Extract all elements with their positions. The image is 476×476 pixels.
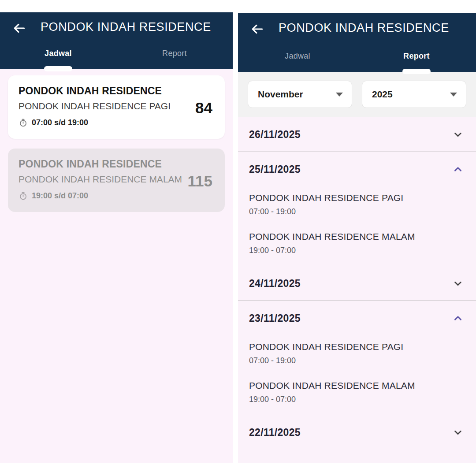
date-label: 26/11/2025	[249, 129, 301, 141]
card-time: 07:00 s/d 19:00	[32, 118, 88, 127]
date-label: 22/11/2025	[249, 427, 301, 439]
date-label: 24/11/2025	[249, 278, 301, 290]
date-label: 25/11/2025	[249, 164, 301, 175]
back-button[interactable]	[248, 19, 267, 39]
caret-down-icon	[450, 93, 457, 97]
report-filter-bar: November 2025	[238, 72, 476, 117]
session-item: PONDOK INDAH RESIDENCE PAGI 07:00 - 19:0…	[249, 342, 465, 365]
report-screen: PONDOK INDAH RESIDENCE Jadwal Report Nov…	[238, 13, 476, 463]
date-row-25-11-2025[interactable]: 25/11/2025	[238, 152, 476, 186]
app-bar: PONDOK INDAH RESIDENCE Jadwal Report	[0, 12, 233, 69]
report-date-list: 26/11/2025 25/11/2025 PO	[238, 117, 476, 450]
app-bar: PONDOK INDAH RESIDENCE Jadwal Report	[238, 13, 476, 72]
caret-down-icon	[336, 93, 343, 97]
tab-jadwal[interactable]: Jadwal	[238, 51, 357, 72]
card-time-row: 19:00 s/d 07:00	[19, 191, 214, 201]
session-name: PONDOK INDAH RESIDENCE MALAM	[249, 380, 465, 391]
card-subtitle: PONDOK INDAH RESIDENCE PAGI	[19, 101, 214, 112]
session-list: PONDOK INDAH RESIDENCE PAGI 07:00 - 19:0…	[238, 335, 476, 415]
year-dropdown-value: 2025	[372, 89, 393, 100]
jadwal-screen: PONDOK INDAH RESIDENCE Jadwal Report PON…	[0, 12, 233, 463]
chevron-down-icon[interactable]	[452, 427, 464, 438]
session-item: PONDOK INDAH RESIDENCE PAGI 07:00 - 19:0…	[249, 193, 465, 216]
chevron-down-icon[interactable]	[452, 129, 464, 140]
date-label: 23/11/2025	[249, 312, 301, 324]
page-title: PONDOK INDAH RESIDENCE	[41, 20, 211, 34]
session-time: 07:00 - 19:00	[249, 207, 465, 216]
card-title: PONDOK INDAH RESIDENCE	[19, 158, 214, 170]
session-time: 19:00 - 07:00	[249, 246, 465, 255]
session-name: PONDOK INDAH RESIDENCE PAGI	[249, 193, 465, 203]
schedule-card-pagi[interactable]: PONDOK INDAH RESIDENCE PONDOK INDAH RESI…	[8, 75, 225, 139]
card-count: 84	[195, 99, 212, 117]
schedule-card-list: PONDOK INDAH RESIDENCE PONDOK INDAH RESI…	[0, 69, 233, 212]
card-count: 115	[188, 172, 212, 190]
tab-report[interactable]: Report	[357, 51, 476, 72]
card-time-row: 07:00 s/d 19:00	[19, 118, 214, 127]
session-list: PONDOK INDAH RESIDENCE PAGI 07:00 - 19:0…	[238, 186, 476, 266]
chevron-up-icon[interactable]	[452, 312, 464, 324]
date-row-26-11-2025[interactable]: 26/11/2025	[238, 117, 476, 152]
tab-report[interactable]: Report	[116, 48, 233, 69]
month-dropdown-value: November	[258, 89, 303, 100]
month-dropdown[interactable]: November	[248, 81, 352, 108]
stopwatch-icon	[19, 118, 28, 127]
card-title: PONDOK INDAH RESIDENCE	[19, 85, 214, 97]
tab-report-label: Report	[162, 49, 187, 58]
session-name: PONDOK INDAH RESIDENCE MALAM	[249, 231, 465, 242]
arrow-left-icon	[250, 22, 264, 36]
tab-bar: Jadwal Report	[238, 51, 476, 72]
page-title: PONDOK INDAH RESIDENCE	[279, 21, 449, 35]
active-tab-indicator	[44, 66, 72, 71]
session-time: 19:00 - 07:00	[249, 395, 465, 404]
session-item: PONDOK INDAH RESIDENCE MALAM 19:00 - 07:…	[249, 231, 465, 255]
tab-report-label: Report	[403, 52, 430, 61]
date-row-23-11-2025[interactable]: 23/11/2025	[238, 301, 476, 335]
chevron-up-icon[interactable]	[452, 164, 464, 175]
session-name: PONDOK INDAH RESIDENCE PAGI	[249, 342, 465, 352]
active-tab-indicator	[402, 69, 431, 74]
session-time: 07:00 - 19:00	[249, 356, 465, 365]
card-time: 19:00 s/d 07:00	[32, 191, 88, 201]
card-subtitle: PONDOK INDAH RESIDENCE MALAM	[19, 174, 214, 185]
date-row-24-11-2025[interactable]: 24/11/2025	[238, 266, 476, 301]
year-dropdown[interactable]: 2025	[362, 81, 466, 108]
session-item: PONDOK INDAH RESIDENCE MALAM 19:00 - 07:…	[249, 380, 465, 404]
tab-jadwal[interactable]: Jadwal	[0, 48, 116, 69]
tab-jadwal-label: Jadwal	[45, 49, 72, 58]
date-row-22-11-2025[interactable]: 22/11/2025	[238, 415, 476, 450]
screenshot-stage: PONDOK INDAH RESIDENCE Jadwal Report PON…	[0, 0, 476, 476]
schedule-card-malam[interactable]: PONDOK INDAH RESIDENCE PONDOK INDAH RESI…	[8, 149, 225, 212]
chevron-down-icon[interactable]	[452, 278, 464, 289]
back-button[interactable]	[10, 19, 29, 38]
tab-jadwal-label: Jadwal	[285, 52, 310, 61]
tab-bar: Jadwal Report	[0, 48, 233, 69]
stopwatch-icon	[19, 191, 28, 201]
arrow-left-icon	[12, 21, 26, 35]
